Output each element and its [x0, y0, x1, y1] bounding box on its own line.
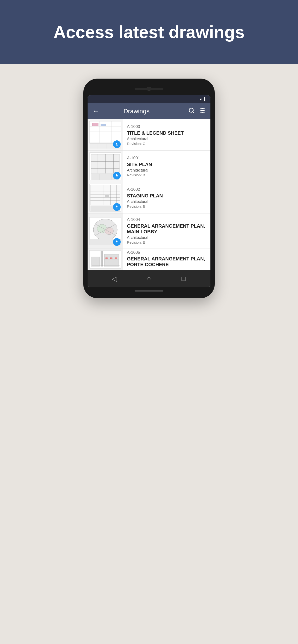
svg-rect-63 — [106, 258, 107, 259]
drawing-thumbnail-1 — [88, 151, 123, 182]
drawing-code-4: A-1005 — [127, 250, 207, 255]
download-badge-1[interactable] — [113, 172, 121, 180]
header-title: Access latest drawings — [44, 22, 254, 42]
svg-rect-64 — [110, 258, 112, 259]
svg-rect-59 — [91, 257, 100, 266]
drawing-item[interactable]: A-1001 SITE PLAN Architectural Revision:… — [88, 151, 210, 182]
phone-speaker — [135, 88, 163, 90]
drawing-item-partial[interactable]: A-1005 GENERAL ARRANGEMENT PLAN, PORTE C… — [88, 248, 210, 270]
drawing-revision-0: Revision: C — [127, 142, 207, 146]
drawing-item[interactable]: A-1002 STAGING PLAN Architectural Revisi… — [88, 182, 210, 214]
nav-recent-button[interactable]: □ — [178, 273, 190, 284]
status-bar: ▾ ▌ — [88, 95, 210, 103]
drawing-category-0: Architectural — [127, 137, 207, 141]
drawing-item[interactable]: A-1004 GENERAL ARRANGEMENT PLAN, MAIN LO… — [88, 214, 210, 248]
svg-rect-15 — [101, 124, 106, 126]
drawing-thumbnail-4 — [88, 248, 123, 270]
drawing-revision-3: Revision: E — [127, 240, 207, 244]
nav-back-button[interactable]: ◁ — [108, 273, 120, 284]
phone-top — [88, 85, 210, 92]
drawing-thumbnail-0 — [88, 119, 123, 150]
drawing-name-0: TITLE & LEGEND SHEET — [127, 130, 207, 136]
drawing-revision-2: Revision: B — [127, 204, 207, 208]
drawing-category-2: Architectural — [127, 200, 207, 204]
drawing-info-1: A-1001 SITE PLAN Architectural Revision:… — [123, 151, 210, 182]
wifi-icon: ▾ — [200, 97, 202, 102]
phone-mockup: ▾ ▌ ← Drawings — [83, 78, 215, 298]
drawing-name-2: STAGING PLAN — [127, 193, 207, 198]
svg-line-1 — [193, 112, 194, 113]
drawing-item[interactable]: A-1000 TITLE & LEGEND SHEET Architectura… — [88, 119, 210, 151]
drawing-code-1: A-1001 — [127, 156, 207, 160]
battery-icon: ▌ — [204, 97, 207, 101]
svg-point-0 — [189, 108, 193, 112]
drawing-name-1: SITE PLAN — [127, 162, 207, 167]
app-bar-title: Drawings — [89, 108, 185, 115]
drawing-list: A-1000 TITLE & LEGEND SHEET Architectura… — [88, 119, 210, 270]
drawing-code-2: A-1002 — [127, 187, 207, 192]
svg-rect-46 — [105, 195, 109, 197]
drawing-name-4: GENERAL ARRANGEMENT PLAN, PORTE COCHERE — [127, 256, 207, 268]
app-bar: ← Drawings — [88, 103, 210, 119]
phone-screen: ▾ ▌ ← Drawings — [88, 95, 210, 287]
search-icon[interactable] — [188, 107, 195, 115]
drawing-thumbnail-3 — [88, 214, 123, 248]
header-banner: Access latest drawings — [0, 0, 298, 64]
drawing-thumbnail-2 — [88, 182, 123, 213]
svg-rect-60 — [104, 254, 119, 266]
nav-home-button[interactable]: ○ — [143, 273, 155, 284]
drawing-revision-1: Revision: B — [127, 173, 207, 177]
drawing-info-2: A-1002 STAGING PLAN Architectural Revisi… — [123, 182, 210, 213]
drawing-category-3: Architectural — [127, 236, 207, 240]
app-bar-icons — [188, 107, 206, 115]
download-badge-3[interactable] — [113, 238, 121, 246]
drawing-code-3: A-1004 — [127, 217, 207, 222]
download-badge-0[interactable] — [113, 140, 121, 148]
phone-bottom-bar — [88, 290, 210, 292]
drawing-category-1: Architectural — [127, 168, 207, 172]
drawing-info-4: A-1005 GENERAL ARRANGEMENT PLAN, PORTE C… — [123, 248, 210, 270]
svg-rect-58 — [101, 251, 103, 266]
drawing-info-0: A-1000 TITLE & LEGEND SHEET Architectura… — [123, 119, 210, 150]
download-badge-2[interactable] — [113, 203, 121, 211]
drawing-name-3: GENERAL ARRANGEMENT PLAN, MAIN LOBBY — [127, 223, 207, 234]
svg-rect-14 — [92, 123, 98, 126]
background-area: ▾ ▌ ← Drawings — [0, 64, 298, 313]
drawing-code-0: A-1000 — [127, 124, 207, 129]
drawing-info-3: A-1004 GENERAL ARRANGEMENT PLAN, MAIN LO… — [123, 214, 210, 248]
svg-rect-65 — [115, 258, 117, 259]
phone-bottom-indicator — [135, 290, 163, 292]
phone-bottom-nav: ◁ ○ □ — [88, 270, 210, 287]
filter-icon[interactable] — [199, 107, 206, 115]
